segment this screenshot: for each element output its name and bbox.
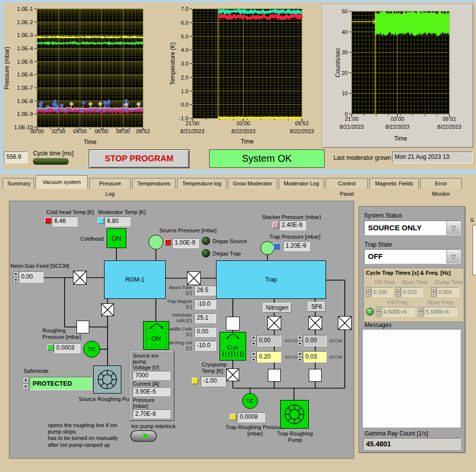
messages-label: Messages [365,322,392,328]
ion-pressure-label: Pressure [mbar] [133,397,171,409]
svg-text:50: 50 [342,8,348,14]
tab-summary[interactable]: Summary [2,178,34,189]
ion-current-label: Current [A] [133,381,171,387]
valve-nitrogen-lower[interactable] [268,369,281,382]
sf6-set-spinner[interactable] [297,335,303,346]
store-time-label: Store Time [402,279,428,286]
safemode-spinner[interactable] [22,377,29,390]
tab-error-monitor[interactable]: Error Monitor [420,178,462,189]
cold-head-temp-display: 6.46 [52,217,77,226]
gamma-count-display: 45.4801 [363,438,461,450]
dump-time-input[interactable]: 0.001 [437,287,459,297]
dropdown-arrow-icon[interactable] [446,250,460,263]
valve-neon-inlet[interactable] [73,271,87,285]
trap-state-value: OFF [365,250,446,263]
ion-voltage-label: Voltage [V] [133,364,171,370]
status-sidebar: System Status SOURCE ONLY Trap State OFF… [359,206,465,453]
valve-sf6-lower[interactable] [309,369,322,382]
valve-cryo-upper[interactable] [226,317,240,330]
source-ion-pump-on-button[interactable]: ON [143,321,169,350]
store-time-input[interactable]: 0.010 [401,287,423,297]
trap-pressure-swatch [273,243,280,250]
dump-time-label: Dump Time [435,279,463,286]
helmholtz-label: Helmholtz coils [C] [165,313,192,324]
helmholtz-display: 25.1 [194,313,216,323]
messages-box [362,329,461,428]
tab-control-panel[interactable]: Control Panel [326,178,368,189]
degas-source-led[interactable] [202,237,210,245]
nitrogen-set-spinner[interactable] [251,335,256,346]
source-roughing-pump[interactable] [93,365,121,394]
valve-nitrogen[interactable] [267,316,281,330]
store-freq-label: Store Freq. [427,299,454,306]
safemode-value[interactable]: PROTECTED [30,377,92,390]
svg-text:Time: Time [83,139,97,145]
sf6-button[interactable]: SF6 [308,302,326,312]
interlock-note: opens the roughing line if ion pump stop… [48,422,138,448]
safemode-label: Safemode [24,368,48,374]
valve-sf6[interactable] [308,316,322,330]
cryo-pump[interactable]: Cryo [220,332,246,361]
labview-vacuum-control-window: { "header": { "cycle_time_value": "556.9… [0,0,476,472]
store-time-spinner[interactable] [396,287,401,297]
system-status-dropdown[interactable]: SOURCE ONLY [364,220,461,235]
stop-program-button[interactable]: STOP PROGRAM [89,149,189,168]
nitrogen-flow-spinner[interactable] [251,351,256,363]
cycle-time-display: 556.9 [4,151,28,163]
temperature-time-plot: 7.06.05.04.03.02.01.00.0-1.021:008/21/20… [163,0,326,148]
store-freq-input[interactable]: 5.100E+6 [424,307,457,317]
dump-time-spinner[interactable] [431,287,436,297]
neon-feed-input[interactable]: 0.00 [19,271,43,283]
tab-magnetic-fields[interactable]: Magnetic Fields [369,178,419,189]
valve-beam-tube[interactable] [187,271,201,285]
svg-text:8/21/2023: 8/21/2023 [181,128,205,134]
cycle-time-label: Cycle time [ms] [33,150,73,157]
svg-text:1.0E-4: 1.0E-4 [17,45,33,51]
tab-temperatures[interactable]: Temperatures [132,178,176,189]
dropdown-arrow-icon[interactable] [446,221,460,235]
coldhead-on-button[interactable]: ON [107,228,126,248]
valve-source-roughing[interactable] [101,303,114,316]
svg-text:1.0E-7: 1.0E-7 [17,85,33,91]
trap-roughing-pump[interactable] [280,400,309,429]
trap-magnet-display: -10.0 [194,299,216,309]
degas-trap-led[interactable] [202,249,210,257]
neon-feed-spinner[interactable] [13,271,19,283]
valve-trap-vent[interactable] [338,316,352,330]
sf6-flow-spinner[interactable] [297,351,303,363]
gamma-count-graph-panel: 5040302010021:008/21/202303:008/22/20230… [322,4,474,148]
svg-text:1.0E-8: 1.0E-8 [17,98,33,104]
fill-freq-input[interactable]: 4.500E+6 [381,307,415,317]
svg-text:20: 20 [342,70,348,76]
fill-freq-spinner[interactable] [376,307,381,317]
cycle-trap-times-group: Cycle Trap Times [s] & Freq. [Hz] Fill T… [364,268,464,322]
trap-roughing-swatch [230,414,236,420]
stacker-pressure-swatch [272,222,279,228]
toggle-arrow-icon [144,433,153,439]
roughing-pressure-swatch [47,344,54,351]
tab-vacuum-system[interactable]: Vacuum system [36,175,88,189]
nitrogen-flow-input[interactable]: 0.20 [256,351,281,363]
nitrogen-set-unit: SCCM [285,338,298,344]
sf6-flow-input[interactable]: 0.03 [303,351,327,363]
trap-state-dropdown[interactable]: OFF [364,249,461,264]
stacker-pressure-display: 2.40E-9 [279,220,306,230]
svg-text:21:00: 21:00 [345,116,359,122]
matching-coil-label: Matching coil [C] [165,340,192,351]
tab-moderator-log[interactable]: Moderator Log [279,178,324,189]
tab-temperature-log[interactable]: Temperature log [177,178,226,189]
fill-time-spinner[interactable] [366,287,371,297]
svg-text:40: 40 [342,29,348,35]
nitrogen-set-input[interactable]: 0.00 [256,335,281,346]
svg-text:10: 10 [342,90,348,96]
svg-text:08:00: 08:00 [116,128,130,134]
nitrogen-flow-unit: SCCM [285,355,298,360]
fill-time-input[interactable]: 0.100 [371,287,393,297]
tab-pressure-log[interactable]: Pressure Log [89,178,131,189]
nitrogen-button[interactable]: Nitrogen [263,303,292,313]
store-freq-spinner[interactable] [418,307,423,317]
sf6-set-input[interactable]: 0.00 [303,335,327,346]
svg-text:03:00: 03:00 [391,116,404,122]
tab-grow-moderator[interactable]: Grow Moderator [228,178,277,189]
svg-text:2.0: 2.0 [181,74,188,80]
